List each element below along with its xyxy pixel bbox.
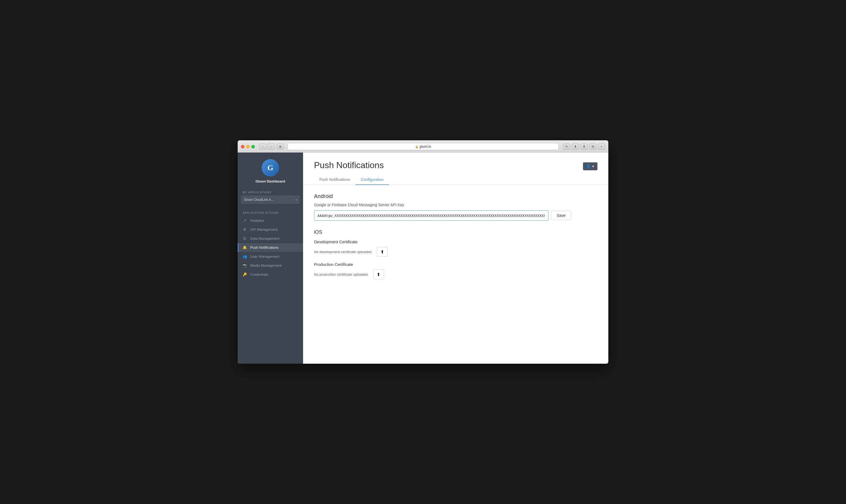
sidebar: G Gluon Dashboard MY APPLICATIONS Gluon … <box>238 152 303 364</box>
logo-circle: G <box>262 159 279 177</box>
api-key-input[interactable] <box>314 210 548 221</box>
header-left: Push Notifications Push Notifications Co… <box>314 160 389 185</box>
main-content: Push Notifications Push Notifications Co… <box>303 152 608 364</box>
new-tab-button[interactable]: + <box>598 144 605 149</box>
browser-actions: ↻ ⬇ ⬆ ⧉ + <box>563 144 605 149</box>
sidebar-item-data-management[interactable]: ☰ Data Management <box>238 234 303 243</box>
sidebar-item-label: Media Management <box>250 264 282 268</box>
upload-icon: ⬆ <box>381 249 384 254</box>
sidebar-item-label: Analytics <box>250 218 264 222</box>
production-cert-title: Production Certificate <box>314 262 597 267</box>
save-button[interactable]: Save <box>551 211 571 220</box>
sidebar-item-media-management[interactable]: 📷 Media Management <box>238 261 303 270</box>
development-cert-status: No development certificate uploaded. <box>314 250 373 254</box>
main-body: Android Google or Firebase Cloud Messagi… <box>303 185 608 293</box>
app-selector-label: Gluon CloudLink A... <box>244 198 274 202</box>
my-applications-label: MY APPLICATIONS <box>238 188 303 196</box>
brand-prefix: Gluon <box>255 179 267 183</box>
sidebar-item-user-management[interactable]: 👥 User Management <box>238 252 303 261</box>
header-right: 👤 ▾ <box>583 162 597 170</box>
lock-icon: 🔒 <box>415 145 418 148</box>
production-cert-row: No production certificate uploaded. ⬆ <box>314 269 597 279</box>
sidebar-nav: ↗ Analytics ⚙ API Management ☰ Data Mana… <box>238 216 303 279</box>
development-cert-section: Development Certificate No development c… <box>314 239 597 257</box>
production-cert-section: Production Certificate No production cer… <box>314 262 597 279</box>
tab-configuration[interactable]: Configuration <box>355 175 389 185</box>
credentials-icon: 🔑 <box>243 272 247 276</box>
sidebar-item-credentials[interactable]: 🔑 Credentials <box>238 270 303 279</box>
upload-icon: ⬆ <box>377 272 380 277</box>
api-key-row: Save <box>314 210 597 221</box>
user-menu-button[interactable]: 👤 ▾ <box>583 162 597 170</box>
sidebar-item-analytics[interactable]: ↗ Analytics <box>238 216 303 225</box>
traffic-lights <box>241 145 255 148</box>
sidebar-item-label: Credentials <box>250 272 268 276</box>
production-cert-status: No production certificate uploaded. <box>314 272 369 276</box>
api-management-icon: ⚙ <box>243 228 247 232</box>
main-header: Push Notifications Push Notifications Co… <box>303 152 608 185</box>
page-layout-button[interactable]: ⊞ <box>277 144 284 149</box>
minimize-button[interactable] <box>246 145 250 148</box>
tabs-button[interactable]: ⧉ <box>589 144 596 149</box>
forward-button[interactable]: › <box>267 144 275 149</box>
address-bar[interactable]: 🔒 gluon.io <box>287 143 559 150</box>
share-button[interactable]: ⬆ <box>581 144 588 149</box>
page-title: Push Notifications <box>314 160 389 170</box>
android-section-title: Android <box>314 193 597 199</box>
tabs: Push Notifications Configuration <box>314 175 389 185</box>
development-cert-upload-button[interactable]: ⬆ <box>377 247 388 257</box>
development-cert-row: No development certificate uploaded. ⬆ <box>314 247 597 257</box>
sidebar-brand: Gluon Dashboard <box>255 179 285 183</box>
production-cert-upload-button[interactable]: ⬆ <box>373 269 384 279</box>
sidebar-item-push-notifications[interactable]: 🔔 Push Notifications <box>238 243 303 252</box>
logo-letter: G <box>267 163 274 172</box>
user-icon: 👤 <box>586 164 591 168</box>
reload-button[interactable]: ↻ <box>563 144 570 149</box>
ios-section-title: iOS <box>314 229 597 235</box>
development-cert-title: Development Certificate <box>314 239 597 244</box>
data-management-icon: ☰ <box>243 236 247 240</box>
sidebar-item-label: User Management <box>250 254 279 258</box>
user-chevron-icon: ▾ <box>592 164 594 168</box>
sidebar-logo: G Gluon Dashboard <box>238 152 303 188</box>
browser-chrome: ‹ › ⊞ 🔒 gluon.io ↻ ⬇ ⬆ ⧉ + <box>238 140 608 152</box>
sidebar-item-label: Push Notifications <box>250 246 279 250</box>
back-button[interactable]: ‹ <box>259 144 266 149</box>
download-button[interactable]: ⬇ <box>572 144 579 149</box>
media-management-icon: 📷 <box>243 264 247 268</box>
url-display: gluon.io <box>420 145 431 148</box>
application-actions-label: APPLICATION ACTIONS <box>238 208 303 216</box>
sidebar-item-label: Data Management <box>250 236 279 240</box>
browser-window: ‹ › ⊞ 🔒 gluon.io ↻ ⬇ ⬆ ⧉ + G Gluon Dashb… <box>238 140 608 364</box>
nav-buttons: ‹ › <box>259 144 275 149</box>
analytics-icon: ↗ <box>243 218 247 222</box>
app-selector[interactable]: Gluon CloudLink A... ▾ <box>241 196 300 204</box>
sidebar-item-label: API Management <box>250 228 278 232</box>
close-button[interactable] <box>241 145 245 148</box>
app-layout: G Gluon Dashboard MY APPLICATIONS Gluon … <box>238 152 608 364</box>
user-management-icon: 👥 <box>243 254 247 258</box>
sidebar-item-api-management[interactable]: ⚙ API Management <box>238 225 303 234</box>
push-notifications-icon: 🔔 <box>243 246 247 250</box>
brand-bold: Dashboard <box>267 179 285 183</box>
android-section-subtitle: Google or Firebase Cloud Messaging Serve… <box>314 203 597 207</box>
tab-push-notifications[interactable]: Push Notifications <box>314 175 355 185</box>
maximize-button[interactable] <box>251 145 255 148</box>
chevron-down-icon: ▾ <box>296 198 297 201</box>
